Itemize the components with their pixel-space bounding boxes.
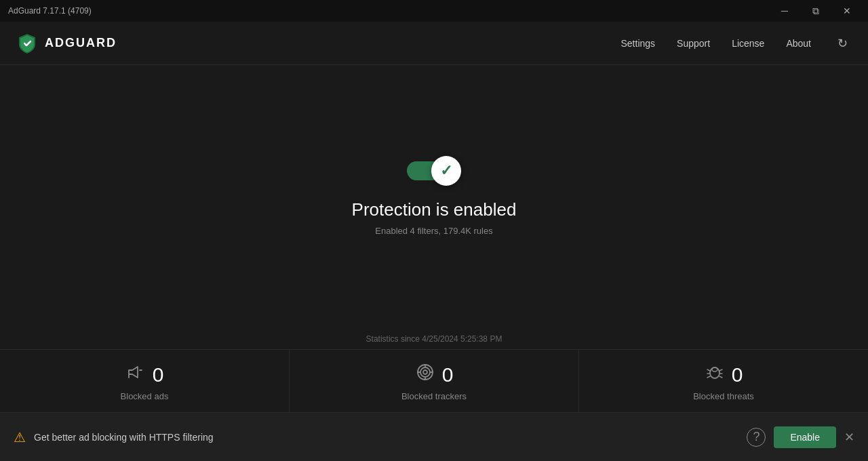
window-controls: ─ ⧉ ✕ bbox=[769, 0, 863, 22]
svg-marker-0 bbox=[129, 367, 138, 378]
svg-point-5 bbox=[423, 370, 427, 374]
restore-button[interactable]: ⧉ bbox=[800, 0, 831, 22]
protection-block: ✓ Protection is enabled Enabled 4 filter… bbox=[0, 65, 868, 326]
svg-point-11 bbox=[712, 367, 717, 372]
stats-block: Statistics since 4/25/2024 5:25:38 PM 0 bbox=[0, 326, 868, 412]
blocked-trackers-icon bbox=[415, 362, 435, 387]
blocked-ads-icon bbox=[125, 362, 146, 387]
svg-point-10 bbox=[710, 367, 719, 378]
svg-point-4 bbox=[420, 367, 430, 377]
svg-line-12 bbox=[707, 369, 710, 371]
adguard-shield-icon bbox=[16, 33, 38, 54]
notification-close-button[interactable]: ✕ bbox=[844, 430, 854, 445]
content-wrapper: ✓ Protection is enabled Enabled 4 filter… bbox=[0, 65, 868, 412]
logo-text: ADGUARD bbox=[45, 36, 117, 50]
blocked-ads-label: Blocked ads bbox=[121, 391, 169, 401]
refresh-icon: ↻ bbox=[837, 36, 848, 51]
about-nav-link[interactable]: About bbox=[786, 38, 811, 49]
blocked-threats-count: 0 bbox=[732, 363, 743, 386]
blocked-ads-stat: 0 Blocked ads bbox=[0, 350, 290, 412]
support-nav-link[interactable]: Support bbox=[677, 38, 710, 49]
blocked-trackers-count: 0 bbox=[442, 363, 454, 386]
title-bar: AdGuard 7.17.1 (4709) ─ ⧉ ✕ bbox=[0, 0, 868, 22]
notification-help-button[interactable]: ? bbox=[747, 428, 766, 447]
minimize-button[interactable]: ─ bbox=[769, 0, 800, 22]
license-nav-link[interactable]: License bbox=[732, 38, 764, 49]
window-title: AdGuard 7.17.1 (4709) bbox=[8, 6, 92, 16]
blocked-ads-count: 0 bbox=[153, 363, 164, 386]
stats-since-label: Statistics since 4/25/2024 5:25:38 PM bbox=[0, 326, 868, 349]
close-button[interactable]: ✕ bbox=[831, 0, 863, 22]
nav: Settings Support License About ↻ bbox=[621, 34, 852, 53]
settings-nav-link[interactable]: Settings bbox=[621, 38, 656, 49]
toggle-knob: ✓ bbox=[431, 156, 461, 186]
logo: ADGUARD bbox=[16, 33, 117, 54]
refresh-button[interactable]: ↻ bbox=[833, 34, 852, 53]
blocked-trackers-label: Blocked trackers bbox=[401, 391, 467, 401]
notification-bar: ⚠ Get better ad blocking with HTTPS filt… bbox=[0, 412, 868, 461]
notification-warning-icon: ⚠ bbox=[14, 429, 26, 445]
svg-line-14 bbox=[707, 376, 710, 378]
svg-line-15 bbox=[719, 369, 722, 371]
protection-status-title: Protection is enabled bbox=[352, 199, 517, 220]
header: ADGUARD Settings Support License About ↻ bbox=[0, 22, 868, 65]
enable-https-button[interactable]: Enable bbox=[774, 426, 836, 448]
notification-text: Get better ad blocking with HTTPS filter… bbox=[34, 432, 738, 443]
blocked-threats-icon bbox=[705, 362, 725, 387]
blocked-threats-label: Blocked threats bbox=[693, 391, 754, 401]
blocked-trackers-stat: 0 Blocked trackers bbox=[290, 350, 579, 412]
svg-line-17 bbox=[719, 376, 722, 378]
protection-status-subtitle: Enabled 4 filters, 179.4K rules bbox=[375, 226, 492, 236]
blocked-threats-stat: 0 Blocked threats bbox=[579, 350, 868, 412]
blocked-trackers-icon-num: 0 bbox=[415, 362, 454, 387]
protection-toggle[interactable]: ✓ bbox=[407, 156, 461, 186]
stats-row: 0 Blocked ads bbox=[0, 349, 868, 412]
blocked-ads-icon-num: 0 bbox=[125, 362, 164, 387]
checkmark-icon: ✓ bbox=[440, 162, 452, 180]
blocked-threats-icon-num: 0 bbox=[705, 362, 743, 387]
